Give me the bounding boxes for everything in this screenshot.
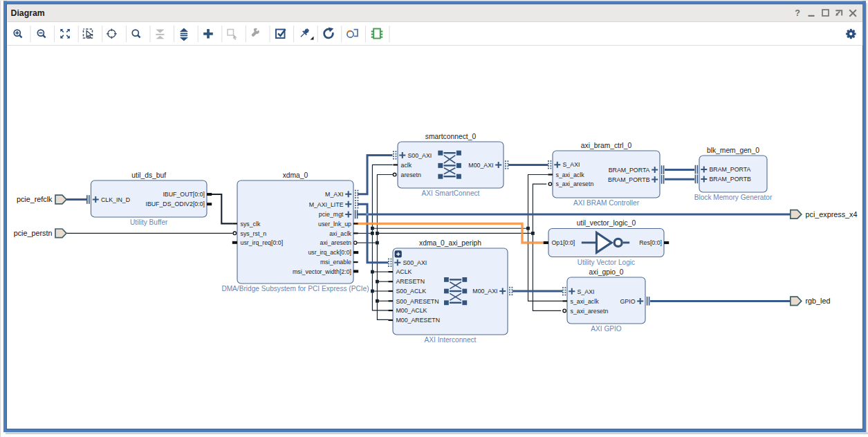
svg-text:IBUF_DS_ODIV2[0:0]: IBUF_DS_ODIV2[0:0]: [145, 201, 205, 207]
svg-text:s_axi_aresetn: s_axi_aresetn: [571, 308, 609, 315]
svg-text:M00_ACLK: M00_ACLK: [396, 307, 427, 314]
svg-text:ACLK: ACLK: [396, 268, 412, 275]
svg-text:util_vector_logic_0: util_vector_logic_0: [577, 219, 636, 227]
svg-text:CLK_IN_D: CLK_IN_D: [101, 196, 130, 203]
svg-text:S00_AXI: S00_AXI: [408, 152, 432, 159]
svg-text:axi_aclk: axi_aclk: [329, 230, 351, 237]
svg-text:GPIO: GPIO: [620, 298, 636, 305]
svg-text:axi_bram_ctrl_0: axi_bram_ctrl_0: [581, 142, 632, 149]
svg-text:s_axi_aclk: s_axi_aclk: [556, 171, 585, 178]
svg-text:Op1[0:0]: Op1[0:0]: [552, 239, 575, 246]
svg-text:S00_ARESETN: S00_ARESETN: [396, 298, 439, 305]
svg-text:s_axi_aresetn: s_axi_aresetn: [556, 180, 594, 187]
svg-text:Utility Vector Logic: Utility Vector Logic: [578, 259, 635, 266]
svg-text:sys_clk: sys_clk: [241, 221, 261, 227]
svg-text:usr_irq_req[0:0]: usr_irq_req[0:0]: [241, 239, 284, 246]
svg-text:xdma_0_axi_periph: xdma_0_axi_periph: [419, 239, 481, 247]
svg-text:aresetn: aresetn: [401, 171, 421, 178]
svg-text:axi_aresetn: axi_aresetn: [320, 239, 352, 246]
svg-text:BRAM_PORTB: BRAM_PORTB: [608, 176, 650, 183]
svg-text:util_ds_buf: util_ds_buf: [131, 171, 166, 179]
svg-text:pcie_perstn: pcie_perstn: [14, 229, 53, 237]
svg-text:AXI SmartConnect: AXI SmartConnect: [422, 189, 480, 197]
svg-text:smartconnect_0: smartconnect_0: [425, 133, 477, 140]
svg-text:S_AXI: S_AXI: [578, 288, 595, 295]
svg-text:S_AXI: S_AXI: [563, 161, 580, 168]
svg-text:pcie_mgt: pcie_mgt: [319, 211, 344, 218]
svg-text:blk_mem_gen_0: blk_mem_gen_0: [707, 147, 759, 154]
svg-text:msi_enable: msi_enable: [320, 259, 351, 266]
svg-text:aclk: aclk: [401, 162, 412, 169]
svg-text:M_AXI_LITE: M_AXI_LITE: [309, 201, 344, 208]
svg-text:user_lnk_up: user_lnk_up: [318, 221, 351, 227]
svg-text:S00_AXI: S00_AXI: [403, 259, 427, 266]
svg-text:sys_rst_n: sys_rst_n: [241, 230, 267, 237]
svg-text:msi_vector_width[2:0]: msi_vector_width[2:0]: [293, 268, 351, 275]
svg-text:M_AXI: M_AXI: [325, 191, 343, 198]
svg-text:AXI BRAM Controller: AXI BRAM Controller: [573, 199, 640, 207]
svg-text:Utility Buffer: Utility Buffer: [130, 218, 168, 226]
svg-text:pcie_refclk: pcie_refclk: [17, 195, 53, 203]
svg-text:xdma_0: xdma_0: [283, 171, 308, 179]
svg-text:Block Memory Generator: Block Memory Generator: [694, 194, 773, 201]
svg-text:rgb_led: rgb_led: [806, 297, 831, 305]
svg-text:M00_AXI: M00_AXI: [472, 288, 497, 295]
svg-text:BRAM_PORTB: BRAM_PORTB: [710, 176, 752, 183]
svg-text:BRAM_PORTA: BRAM_PORTA: [710, 166, 751, 173]
svg-text:ARESETN: ARESETN: [396, 278, 425, 285]
svg-text:BRAM_PORTA: BRAM_PORTA: [609, 167, 650, 174]
svg-text:Res[0:0]: Res[0:0]: [639, 239, 662, 246]
svg-text:M00_ARESETN: M00_ARESETN: [396, 317, 441, 324]
svg-text:IBUF_OUT[0:0]: IBUF_OUT[0:0]: [163, 191, 205, 198]
svg-text:AXI Interconnect: AXI Interconnect: [425, 336, 477, 344]
svg-text:axi_gpio_0: axi_gpio_0: [589, 268, 624, 276]
svg-text:S00_ACLK: S00_ACLK: [396, 288, 427, 295]
svg-text:M00_AXI: M00_AXI: [468, 162, 493, 169]
svg-text:pci_express_x4: pci_express_x4: [806, 210, 858, 218]
svg-text:AXI GPIO: AXI GPIO: [591, 325, 622, 333]
svg-text:?: ?: [795, 8, 800, 18]
svg-text:DMA/Bridge Subsystem for PCI E: DMA/Bridge Subsystem for PCI Express (PC…: [221, 285, 369, 292]
svg-text:Diagram: Diagram: [11, 8, 45, 18]
svg-text:usr_irq_ack[0:0]: usr_irq_ack[0:0]: [308, 249, 351, 256]
svg-text:s_axi_aclk: s_axi_aclk: [571, 298, 600, 305]
